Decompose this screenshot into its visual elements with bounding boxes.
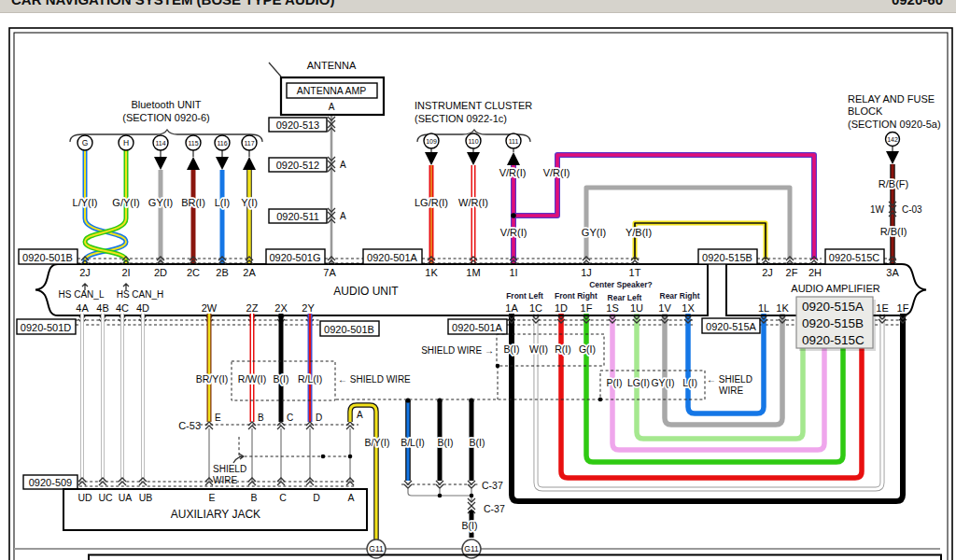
bottom-box bbox=[89, 555, 941, 560]
pin-label: 2B bbox=[216, 267, 228, 278]
arrow-up-icon bbox=[187, 157, 200, 170]
wire-label: R/B(I) bbox=[880, 226, 907, 237]
pin-label: 4B bbox=[96, 302, 108, 314]
wire-label: P(I) bbox=[607, 377, 623, 388]
pin-label: 2I bbox=[121, 267, 130, 278]
pin-label: D bbox=[313, 492, 320, 503]
pin-label: B bbox=[250, 492, 257, 503]
connector-label: C-03 bbox=[902, 204, 922, 215]
wire-label: L/Y(I) bbox=[73, 197, 98, 208]
pin-label: D bbox=[316, 413, 322, 423]
ref-label: 0920-515A bbox=[706, 321, 756, 332]
annotation-group: Rear Left bbox=[608, 293, 642, 302]
ground-label: G11 bbox=[464, 544, 479, 553]
shield-wire-label: SHIELD WIRE → bbox=[421, 345, 494, 356]
ref-label: 0920-512 bbox=[276, 160, 320, 171]
relay-title: RELAY AND FUSE bbox=[848, 93, 935, 105]
arrow-down-icon bbox=[216, 157, 229, 170]
wire-label: GY(I) bbox=[148, 197, 173, 208]
pin-label: 2Z bbox=[246, 302, 259, 314]
pin-label: 3A bbox=[886, 267, 899, 278]
annotation-group: Front Right bbox=[555, 291, 598, 301]
pin-label: 1T bbox=[629, 267, 641, 278]
aux-section: BR/Y(I) R/W(I) B(I) R/L(I) ← SHIELD WIRE… bbox=[63, 314, 411, 530]
wire-label: Y/B(I) bbox=[626, 227, 652, 238]
wire-label: B/Y(I) bbox=[365, 437, 390, 448]
relay-title2: BLOCK bbox=[848, 105, 883, 117]
wire-label: B/L(I) bbox=[401, 437, 425, 448]
connector-label: 109 bbox=[426, 138, 437, 145]
shield-wire-label: ← SHIELD WIRE bbox=[338, 374, 411, 385]
ref-popup[interactable]: 0920-515A 0920-515B 0920-515C bbox=[796, 297, 876, 351]
pin-label: 2F bbox=[786, 267, 798, 278]
pin-label: 1C bbox=[529, 302, 542, 314]
connector-label: G bbox=[82, 138, 89, 147]
pin-label: 1M bbox=[466, 267, 480, 278]
ref-label: 0920-509 bbox=[29, 477, 73, 488]
pin-label: A bbox=[347, 492, 354, 503]
ref-label: 0920-501A bbox=[367, 252, 417, 263]
wiring-diagram-page: CAR NAVIGATION SYSTEM (BOSE TYPE AUDIO) … bbox=[0, 0, 956, 560]
connector-label: 142 bbox=[887, 136, 898, 143]
bluetooth-title: Bluetooth UNIT bbox=[131, 99, 201, 110]
ref-label: 0920-501D bbox=[21, 322, 71, 333]
pin-label: B bbox=[258, 413, 264, 423]
pin-label: 2H bbox=[808, 267, 822, 278]
arrow-up-icon bbox=[507, 152, 520, 165]
pin-label: 1E bbox=[876, 302, 888, 314]
pin-label: 4C bbox=[116, 302, 129, 314]
arrow-down-icon bbox=[467, 152, 480, 165]
wire-label: Y(I) bbox=[241, 197, 258, 208]
wire-label: LG(I) bbox=[627, 377, 650, 388]
bluetooth-connectors: G H 114 115 116 117 bbox=[77, 135, 257, 170]
ref-label: 0920-513 bbox=[276, 119, 320, 131]
pin-label: 1J bbox=[581, 267, 592, 278]
pin-label: 1V bbox=[658, 302, 671, 314]
wire-label: B(I) bbox=[274, 373, 289, 385]
wire-label: R/B(F) bbox=[879, 178, 908, 189]
connector-label: H bbox=[123, 138, 129, 147]
connector-label: 114 bbox=[155, 140, 165, 147]
amplifier-label: AUDIO AMPLIFIER bbox=[791, 283, 879, 294]
pin-label: 2X bbox=[274, 302, 288, 314]
wire-label: V/R(I) bbox=[500, 227, 527, 238]
antenna-amp-label: ANTENNA AMP bbox=[297, 85, 367, 96]
pin-label: 2J bbox=[79, 267, 91, 278]
wire-label: L(I) bbox=[682, 377, 697, 388]
wire-label: W(I) bbox=[529, 343, 548, 355]
wire-label: B(I) bbox=[462, 520, 478, 531]
ref-label: 0920-501A bbox=[452, 322, 502, 333]
shield-wire-label: ← SHIELD bbox=[707, 374, 752, 385]
pin-label: C bbox=[287, 413, 293, 423]
connector-label: C-37 bbox=[484, 503, 505, 514]
connector-label: C-53 bbox=[178, 420, 201, 431]
cluster-section: INSTRUMENT CLUSTER (SECTION 0922-1c) bbox=[415, 100, 814, 264]
can-label: HS CAN_H bbox=[117, 289, 164, 300]
wire-label: R/L(I) bbox=[298, 373, 322, 385]
pin-label: 2W bbox=[202, 302, 218, 314]
bluetooth-section-ref: (SECTION 0920-6) bbox=[122, 112, 210, 123]
pin-label: 1F bbox=[897, 302, 909, 314]
popup-item[interactable]: 0920-515B bbox=[802, 316, 864, 330]
connector-label: 1W bbox=[870, 204, 885, 215]
shield-wire-label: WIRE bbox=[719, 385, 743, 396]
connector-label: 116 bbox=[217, 140, 227, 147]
wire-label: V/R(I) bbox=[499, 167, 527, 178]
arrow-down-icon bbox=[425, 152, 438, 165]
ref-label: 0920-511 bbox=[276, 211, 319, 222]
ground-label: G11 bbox=[369, 544, 384, 553]
arrow-down-icon bbox=[886, 151, 899, 164]
annotation-group: Rear Right bbox=[660, 291, 700, 301]
popup-item[interactable]: 0920-515A bbox=[802, 300, 864, 314]
pin-label: A bbox=[340, 211, 346, 221]
popup-item[interactable]: 0920-515C bbox=[802, 333, 865, 347]
cluster-title: INSTRUMENT CLUSTER bbox=[415, 100, 532, 111]
wire-label: R/W(I) bbox=[238, 373, 266, 385]
aux-white-wires bbox=[82, 314, 143, 483]
pin-label: UD bbox=[77, 492, 92, 503]
connector-label: 117 bbox=[244, 140, 254, 147]
pin-label: UB bbox=[139, 492, 153, 503]
wire-label: V/R(I) bbox=[543, 167, 570, 178]
pin-label: 1A bbox=[505, 302, 518, 314]
wire-label: LG/R(I) bbox=[415, 197, 448, 208]
